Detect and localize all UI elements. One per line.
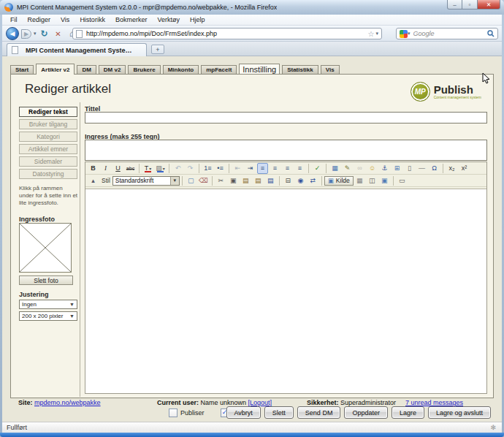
tittel-input[interactable] <box>85 112 487 123</box>
editor-body[interactable] <box>85 189 486 393</box>
menu-item-vis[interactable]: Vis <box>56 15 75 24</box>
button-lagre[interactable]: Lagre <box>392 406 424 419</box>
stop-button[interactable]: ✕ <box>53 28 64 39</box>
smiley-icon[interactable]: ☺ <box>367 163 378 174</box>
menu-item-verkt-y[interactable]: Verktøy <box>152 15 185 24</box>
cms-tab-minkonto[interactable]: Minkonto <box>163 65 199 75</box>
button-lagre-og-avslutt[interactable]: Lagre og avslutt <box>428 406 491 419</box>
button-slett[interactable]: Slett <box>264 406 294 419</box>
sidebar-item-sidemaler[interactable]: Sidemaler <box>19 156 77 167</box>
url-input[interactable] <box>86 30 367 37</box>
special-char-icon[interactable]: Ω <box>429 163 440 174</box>
spellcheck-icon[interactable]: ✓ <box>312 163 323 174</box>
ingress-input[interactable] <box>85 140 487 161</box>
find-icon[interactable]: ◉ <box>295 175 306 186</box>
copy-icon[interactable]: ▣ <box>228 175 239 186</box>
url-bar[interactable]: ☆ ▾ <box>72 28 382 39</box>
maximize-editor-icon[interactable]: ▭ <box>397 175 408 186</box>
cms-tab-dm[interactable]: DM <box>77 65 96 75</box>
source-button[interactable]: ▣Kilde <box>324 176 354 186</box>
size-select[interactable]: 200 x 200 pixler ▼ <box>19 311 77 321</box>
logout-link[interactable]: [Logout] <box>248 399 272 406</box>
unlink-icon[interactable]: ∞ <box>354 163 365 174</box>
align-center-icon[interactable]: ≡ <box>270 163 280 174</box>
new-tab-button[interactable]: + <box>151 45 164 54</box>
table-icon[interactable]: ⊞ <box>392 163 402 174</box>
paste-word-icon[interactable]: ▤ <box>265 175 276 186</box>
anchor-icon[interactable]: ⚓ <box>379 163 390 174</box>
italic-icon[interactable]: I <box>100 163 111 174</box>
cms-tab-brukere[interactable]: Brukere <box>128 65 160 75</box>
refresh-button[interactable]: ↻ <box>39 28 50 39</box>
align-right-icon[interactable]: ≡ <box>282 163 293 174</box>
numbered-list-icon[interactable]: 1≡ <box>202 163 213 174</box>
cms-tab-artikler-v2[interactable]: Artikler v2 <box>36 64 75 75</box>
checkbox-publiser[interactable]: Publiser <box>169 408 205 417</box>
google-engine-icon[interactable] <box>400 30 408 38</box>
indent-icon[interactable]: ⇥ <box>245 163 256 174</box>
strikethrough-icon[interactable]: abc <box>125 163 136 174</box>
replace-icon[interactable]: ⇄ <box>308 175 318 186</box>
underline-icon[interactable]: U <box>112 163 123 174</box>
search-icon[interactable] <box>487 30 495 37</box>
search-input[interactable] <box>411 30 487 37</box>
unread-messages-link[interactable]: 7 unread messages <box>405 399 463 406</box>
outdent-icon[interactable]: ⇤ <box>232 163 243 174</box>
cms-tab-statistikk[interactable]: Statistikk <box>282 65 318 75</box>
browser-tab[interactable]: MPI Content Management System v... <box>7 43 147 56</box>
menu-item-historikk[interactable]: Historikk <box>75 15 110 24</box>
button-avbryt[interactable]: Avbryt <box>226 406 261 419</box>
cut-icon[interactable]: ✂ <box>215 175 226 186</box>
cms-tab-mpfacelt[interactable]: mpFacelt <box>201 65 237 75</box>
style-select[interactable]: Standardskrift▾ <box>112 176 180 186</box>
print-icon[interactable]: ⊟ <box>283 175 294 186</box>
background-color-icon[interactable]: ▨▾ <box>155 163 166 174</box>
subscript-icon[interactable]: x₂ <box>446 163 457 174</box>
table-borders-icon[interactable]: ▦ <box>354 175 365 186</box>
maximize-button[interactable]: ▫ <box>462 0 478 10</box>
menu-item-rediger[interactable]: Rediger <box>23 15 56 24</box>
text-color-icon[interactable]: T▾ <box>142 163 153 174</box>
menu-item-fil[interactable]: Fil <box>5 15 23 24</box>
minimize-button[interactable]: – <box>447 0 462 10</box>
sidebar-item-datostyring[interactable]: Datostyring <box>19 169 77 179</box>
history-dropdown-icon[interactable]: ▾ <box>34 31 37 37</box>
collapse-toolbar-icon[interactable]: ▴ <box>88 175 99 186</box>
align-left-icon[interactable]: ≡ <box>257 163 268 174</box>
button-oppdater[interactable]: Oppdater <box>344 406 388 419</box>
forward-button[interactable]: ▶ <box>21 29 31 39</box>
link-icon[interactable]: ✎ <box>342 163 353 174</box>
cms-tab-start[interactable]: Start <box>10 65 34 75</box>
bullet-list-icon[interactable]: •≡ <box>215 163 226 174</box>
url-dropdown-icon[interactable]: ▾ <box>375 31 378 37</box>
new-page-icon[interactable]: ▢ <box>186 175 196 186</box>
redo-icon[interactable]: ↷ <box>185 163 196 174</box>
justify-icon[interactable]: ≡ <box>294 163 305 174</box>
ingressfoto-placeholder[interactable] <box>19 223 72 273</box>
back-button[interactable]: ◀ <box>6 27 19 40</box>
menu-item-bokmerker[interactable]: Bokmerker <box>110 15 153 24</box>
cms-tab-innstilling[interactable]: Innstilling <box>239 64 280 75</box>
site-link[interactable]: mpdemo.no/webpakke <box>34 399 101 406</box>
remove-format-icon[interactable]: ⌫ <box>198 175 209 186</box>
justering-select[interactable]: Ingen ▼ <box>19 300 77 309</box>
sidebar-item-bruker-tilgang[interactable]: Bruker tilgang <box>19 119 77 129</box>
image-icon[interactable]: ▦ <box>329 163 340 174</box>
preview-icon[interactable]: ◫ <box>367 175 378 186</box>
undo-icon[interactable]: ↶ <box>172 163 183 174</box>
page-break-icon[interactable]: ▯ <box>404 163 415 174</box>
menu-item-hjelp[interactable]: Hjelp <box>185 15 210 24</box>
superscript-icon[interactable]: x² <box>459 163 470 174</box>
cms-tab-vis[interactable]: Vis <box>321 65 340 75</box>
horizontal-rule-icon[interactable]: ― <box>416 163 427 174</box>
show-blocks-icon[interactable]: ▣ <box>379 175 390 186</box>
sidebar-item-artikkel-emner[interactable]: Artikkel emner <box>19 144 77 154</box>
slett-foto-button[interactable]: Slett foto <box>19 276 73 285</box>
cms-tab-dm-v2[interactable]: DM v2 <box>99 65 126 75</box>
paste-text-icon[interactable]: ▤ <box>253 175 264 186</box>
search-bar[interactable]: ▾ <box>396 28 498 39</box>
sidebar-item-kategori[interactable]: Kategori <box>19 132 77 142</box>
button-send-dm[interactable]: Send DM <box>297 406 341 419</box>
bookmark-star-icon[interactable]: ☆ <box>368 30 375 38</box>
bold-icon[interactable]: B <box>88 163 99 174</box>
